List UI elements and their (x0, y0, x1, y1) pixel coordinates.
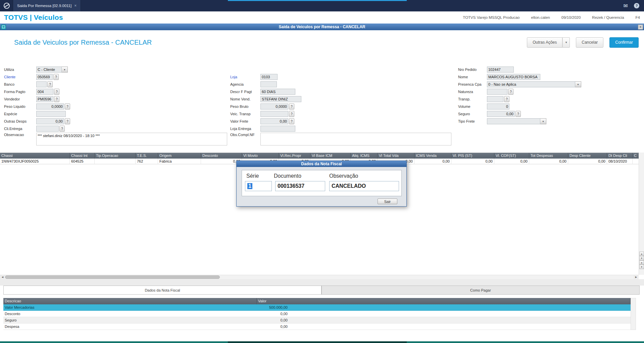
mail-icon[interactable]: ✉ (624, 3, 628, 9)
lookup-button-valor-frete[interactable]: ? (289, 118, 294, 124)
lookup-button-seguro[interactable]: ? (515, 111, 521, 117)
input-peso-bruto[interactable]: 0,0000 (260, 103, 288, 110)
outras-acoes-dropdown-icon[interactable]: ▼ (562, 37, 570, 48)
input-loja-entrega[interactable] (260, 126, 295, 132)
tab-dados-da-nota-fiscal[interactable]: Dados da Nota Fiscal (3, 286, 321, 295)
grid-col-header-t-e-s[interactable]: T.E.S. (136, 153, 158, 159)
lookup-button-veic-transp[interactable]: ? (289, 111, 294, 117)
input-outras-desps[interactable]: 0,00 (36, 118, 64, 124)
input-observacao[interactable]: *** stefani.diniz 08/10/2020 - 18:10 *** (36, 133, 227, 145)
input-seguro[interactable]: 0,00 (487, 111, 515, 117)
summary-row-desconto[interactable]: Desconto0,00 (3, 311, 631, 317)
select-utiliza[interactable]: C - Cliente (36, 67, 62, 73)
lookup-button-peso-liquido[interactable]: ? (65, 103, 70, 110)
input-natureza[interactable] (487, 89, 507, 95)
grid-col-header-c[interactable]: C (633, 153, 639, 159)
grid-col-header-tot-despesas[interactable]: Tot Despesas (529, 153, 568, 159)
summary-table-scrollbar[interactable] (631, 298, 636, 330)
function-key: F4 (636, 15, 640, 19)
form-column-right: Nro Pedido102447NomeMARCOS AUGUSTO BORSA… (458, 66, 581, 125)
grid-col-header-chassi-int[interactable]: Chassi Int (70, 153, 95, 159)
input-obs-compl-nf[interactable] (260, 133, 451, 145)
scroll-up-icon[interactable]: ▲ (639, 260, 644, 265)
summary-row-seguro[interactable]: Seguro0,00 (3, 317, 631, 324)
lookup-button-peso-bruto[interactable]: ? (289, 103, 294, 110)
lookup-button-banco[interactable]: ? (47, 81, 53, 87)
help-icon[interactable]: ? (634, 3, 639, 8)
summary-row-despesa[interactable]: Despesa0,00 (3, 324, 631, 330)
scroll-left-icon[interactable]: ◀ (0, 275, 5, 279)
input-vendedor[interactable]: PM0596 (36, 96, 53, 102)
grid-col-header-chassi[interactable]: Chassi (0, 153, 70, 159)
dropdown-arrow-icon[interactable]: ▼ (62, 67, 68, 73)
input-volume[interactable]: 0 (487, 103, 509, 110)
select-presenca-cpa[interactable]: 0 - Nao se Aplica (487, 81, 575, 87)
input-nome-vend[interactable]: STEFANI DINIZ (260, 96, 301, 102)
input-forma-pagto[interactable]: 004 (36, 89, 53, 95)
scroll-right-icon[interactable]: ▶ (634, 275, 639, 279)
summary-row-valor-mercadorias[interactable]: Valor Mercadorias500.000,00 (3, 304, 631, 311)
tab-close-icon[interactable]: × (74, 3, 77, 8)
form-field-vendedor: VendedorPM0596? (4, 96, 227, 102)
field-label-presenca-cpa: Presenca Cpa (458, 82, 487, 86)
input-transp[interactable] (487, 96, 503, 102)
grid-col-header-vl-movto[interactable]: Vl Movto (242, 153, 279, 159)
input-valor-frete[interactable]: 0,00 (260, 118, 288, 124)
grid-vertical-scrollbar[interactable]: ▲ ▼ ▲ ▼ (639, 153, 644, 275)
grid-horizontal-scrollbar[interactable]: ◀ ▶ (0, 275, 639, 279)
grid-col-header-aliq-icms[interactable]: Aliq. ICMS (351, 153, 378, 159)
dropdown-arrow-icon[interactable]: ▼ (575, 81, 581, 87)
input-banco[interactable] (36, 81, 47, 87)
grid-col-header-vl-rec-propr[interactable]: Vl.Rec.Propr (279, 153, 310, 159)
serie-input[interactable]: 1 (245, 181, 272, 191)
grid-col-header-vl-cof-st[interactable]: Vl. COF(ST) (494, 153, 529, 159)
confirmar-button[interactable]: Confirmar (609, 37, 639, 48)
input-descr-f-pagt[interactable]: 60 DIAS (260, 89, 295, 95)
input-agencia[interactable] (260, 81, 277, 87)
form-field-agencia: Agencia (230, 81, 451, 88)
lookup-button-cliente[interactable]: ? (53, 74, 59, 80)
grid-col-header-vl-base-icm[interactable]: Vl Base ICM (310, 153, 351, 159)
input-nro-pedido[interactable]: 102447 (487, 67, 514, 73)
scroll-thumb[interactable] (5, 275, 220, 279)
grid-col-header-icms-venda[interactable]: ICMS Venda (414, 153, 451, 159)
lookup-button-forma-pagto[interactable]: ? (54, 89, 59, 95)
lookup-button-transp[interactable]: ? (504, 96, 509, 102)
form-field-cliente: Cliente050569? (4, 74, 227, 80)
scroll-down-icon[interactable]: ▼ (639, 265, 644, 269)
input-veic-transp[interactable] (260, 111, 288, 117)
documento-input[interactable]: 000136537 (275, 181, 325, 191)
cancelar-button[interactable]: Cancelar (576, 37, 603, 48)
input-cliente[interactable]: 050569 (36, 74, 53, 80)
lookup-button-vendedor[interactable]: ? (54, 96, 59, 102)
scroll-down-icon[interactable]: ▼ (639, 256, 644, 260)
grid-col-header-origem[interactable]: Origem (158, 153, 201, 159)
input-nome[interactable]: MARCOS AUGUSTO BORSA (487, 74, 540, 80)
input-loja[interactable]: 0103 (260, 74, 278, 80)
tab-como-pagar[interactable]: Como Pagar (321, 286, 640, 295)
lookup-button-cli-entrega[interactable]: ? (59, 126, 65, 132)
grid-col-header-tip-operacao[interactable]: Tip.Operacao (95, 153, 136, 159)
grid-col-header-vl-pis-st[interactable]: Vl. PIS (ST) (451, 153, 494, 159)
scroll-track[interactable] (5, 275, 634, 279)
sair-button[interactable]: Sair (378, 199, 397, 204)
input-cli-entrega[interactable] (36, 126, 59, 132)
select-tipo-frete[interactable] (487, 118, 540, 124)
window-title: Saida de Veiculos por Remessa - CANCELAR (6, 25, 638, 29)
scroll-up-icon[interactable]: ▲ (639, 252, 644, 256)
app-tab[interactable]: Saida Por Remessa [02.9.0011] × (13, 0, 81, 11)
observacao-input[interactable]: CANCELADO (329, 181, 399, 191)
lookup-button-natureza[interactable]: ? (508, 89, 513, 95)
grid-col-header-desconto[interactable]: Desconto (201, 153, 242, 159)
grid-col-header-vl-total-vda[interactable]: Vl Total Vda (378, 153, 414, 159)
outras-acoes-button[interactable]: Outras Ações (527, 37, 562, 48)
input-peso-liquido[interactable]: 0,0000 (36, 103, 64, 110)
input-esp-cie[interactable] (36, 111, 66, 117)
lookup-button-outras-desps[interactable]: ? (65, 118, 70, 124)
window-restore-icon[interactable] (1, 25, 6, 30)
grid-col-header-dt-desp-cli[interactable]: Dt Desp Cli (607, 153, 633, 159)
dropdown-arrow-icon[interactable]: ▼ (540, 118, 546, 124)
window-close-icon[interactable]: × (638, 25, 643, 30)
field-label-descr-f-pagt: Descr F Pagt (230, 90, 260, 94)
grid-col-header-desp-cliente[interactable]: Desp Cliente (568, 153, 607, 159)
